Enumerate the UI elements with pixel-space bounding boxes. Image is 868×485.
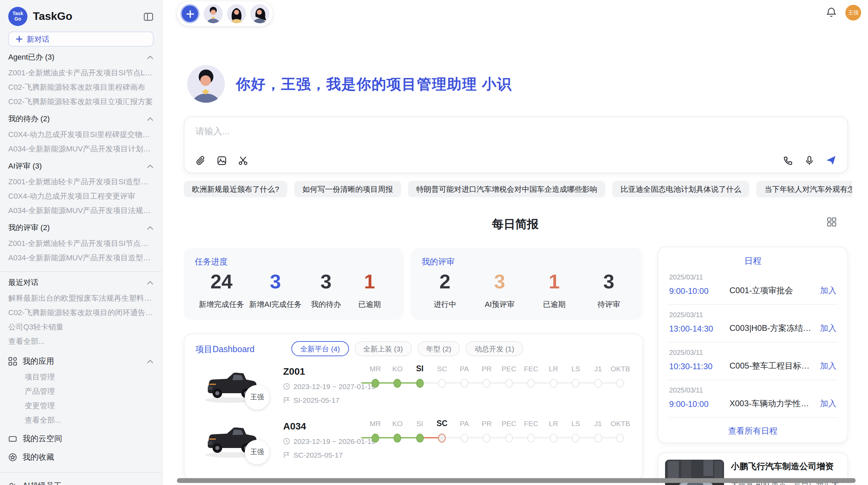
recent-chat-item[interactable]: 公司Q3轻卡销量 [8, 323, 154, 331]
join-link[interactable]: 加入 [820, 323, 836, 334]
dashboard-title: 项目Dashboard [195, 344, 254, 356]
section-title: AI评审 (3) [8, 161, 42, 171]
section-my-apps[interactable]: 我的应用 [8, 356, 154, 366]
flag-icon [283, 451, 290, 458]
tab-new-body[interactable]: 全新上装 (3) [354, 341, 412, 356]
logo-line2: Go [14, 16, 21, 22]
add-agent-button[interactable] [180, 4, 200, 23]
main-content: 王强 你好，王强，我是你的项目管理助理 小识 欧洲新规最近颁布了什么? 如 [162, 0, 868, 485]
notification-bell-icon[interactable] [826, 7, 836, 18]
scissors-icon[interactable] [238, 156, 248, 166]
chevron-up-icon[interactable] [147, 117, 154, 121]
greeting-text: 你好，王强，我是你的项目管理助理 小识 [236, 74, 512, 94]
sidebar-item-ai-super-staff[interactable]: AI超级员工 [8, 481, 154, 485]
project-row-z001[interactable]: 王强 Z001 2023-12-19 ~ 2027-01-19 SI-2025-… [195, 363, 634, 416]
milestone-dot [550, 378, 557, 387]
chevron-up-icon[interactable] [147, 226, 154, 230]
suggestion-chip[interactable]: 比亚迪全固态电池计划具体说了什么 [612, 181, 749, 197]
horizontal-scrollbar[interactable] [177, 478, 856, 483]
chat-input[interactable] [195, 125, 607, 146]
milestone-label: KO [386, 364, 409, 373]
new-chat-button[interactable]: 新对话 [8, 32, 154, 47]
join-link[interactable]: 加入 [820, 285, 836, 297]
join-link[interactable]: 加入 [820, 398, 836, 410]
cloud-space-icon [8, 434, 17, 443]
phone-icon[interactable] [783, 155, 793, 165]
sidebar-item[interactable]: C0X4-动力总成开发项目SI里程碑提交物检查 [8, 131, 154, 138]
section-title: 我的待办 (2) [8, 114, 50, 124]
chevron-up-icon[interactable] [147, 281, 154, 285]
microphone-icon[interactable] [804, 155, 815, 165]
suggestion-chip[interactable]: 当下年轻人对汽车外观有怎样的喜好趋势 [756, 181, 852, 197]
suggestion-chip[interactable]: 如何写一份清晰的项目周报 [294, 181, 401, 197]
schedule-time: 13:00-14:30 [669, 324, 730, 333]
user-avatar[interactable]: 王强 [845, 5, 861, 21]
recent-chat-view-all[interactable]: 查看全部... [8, 338, 154, 345]
sidebar-item-favorites[interactable]: 我的收藏 [8, 452, 154, 462]
collapse-sidebar-icon[interactable] [143, 11, 154, 22]
app-item-view-all[interactable]: 查看全部... [25, 416, 154, 424]
milestone-label: J1 [587, 419, 609, 427]
milestone-label: PA [453, 364, 475, 373]
image-icon[interactable] [217, 156, 227, 166]
milestone-dot [483, 433, 491, 442]
agent-avatar-2[interactable] [227, 4, 246, 23]
sidebar-item[interactable]: Z001-全新燃油轻卡产品开发项目SI造型提交物评审 [8, 178, 154, 186]
schedule-time: 9:00-10:00 [669, 286, 730, 296]
stat-value: 3 [480, 271, 519, 293]
tab-all-new-platform[interactable]: 全新平台 (4) [291, 341, 349, 356]
star-badge-icon [8, 453, 17, 462]
tab-powertrain-dev[interactable]: 动总开发 (1) [466, 341, 523, 356]
view-all-schedule-link[interactable]: 查看所有日程 [668, 418, 838, 445]
stat-in-progress: 2 进行中 [426, 271, 464, 310]
input-left-tools [195, 156, 248, 166]
user-initials: 王强 [848, 9, 858, 16]
milestone-label: FEC [520, 364, 542, 373]
milestone-label: KO [386, 419, 409, 427]
input-right-tools [783, 155, 836, 166]
attachment-icon[interactable] [195, 156, 206, 166]
milestone-dot-done [372, 378, 379, 387]
project-flag: SC-2025-05-17 [293, 451, 343, 459]
project-row-a034[interactable]: 王强 A034 2023-12-19 ~ 2026-01-19 SC-2025-… [195, 418, 634, 471]
sidebar-item[interactable]: C02-飞腾新能源轻客改款项目里程碑画布 [8, 84, 154, 91]
greeting-block: 你好，王强，我是你的项目管理助理 小识 [187, 65, 512, 103]
chevron-up-icon[interactable] [147, 55, 154, 59]
app-item-product-mgmt[interactable]: 产品管理 [25, 388, 154, 395]
join-link[interactable]: 加入 [820, 360, 836, 372]
app-item-change-mgmt[interactable]: 变更管理 [25, 402, 154, 410]
milestone-label: PR [475, 364, 498, 373]
stat-value: 1 [350, 271, 389, 293]
milestone-label: OKTB [609, 364, 631, 373]
owner-badge: 王强 [245, 440, 269, 464]
people-icon [8, 482, 17, 485]
chevron-up-icon[interactable] [147, 164, 154, 168]
layout-grid-icon[interactable] [827, 217, 836, 227]
milestone-label: J1 [587, 364, 609, 373]
sidebar-item[interactable]: C02-飞腾新能源轻客改款项目立项汇报方案 [8, 98, 154, 105]
sidebar-item[interactable]: A034-全新新能源MUV产品开发项目法规符合性评审 [8, 207, 154, 214]
send-icon[interactable] [825, 155, 836, 166]
suggestion-chip[interactable]: 特朗普可能对进口汽车增税会对中国车企造成哪些影响 [408, 181, 605, 197]
sidebar-item-label: 我的收藏 [23, 452, 54, 462]
chevron-up-icon[interactable] [147, 359, 154, 363]
project-info: Z001 2023-12-19 ~ 2027-01-19 SI-2025-05-… [283, 366, 375, 404]
app-item-project-mgmt[interactable]: 项目管理 [25, 373, 154, 381]
sidebar-item[interactable]: A034-全新新能源MUV产品开发项目计划变更表编写 [8, 145, 154, 153]
tab-year-model[interactable]: 年型 (2) [417, 341, 460, 356]
suggestion-chip[interactable]: 欧洲新规最近颁布了什么? [184, 181, 287, 197]
recent-chat-item[interactable]: 解释最新出台的欧盟报废车法规再生塑料比例被调至15%... [8, 295, 154, 302]
recent-chat-item[interactable]: C02-飞腾新能源轻客改款项目的闭环通告反馈情况 [8, 309, 154, 316]
sidebar-item[interactable]: Z001-全新燃油皮卡产品开发项目SI节点Lesson Learn报告 [8, 69, 154, 77]
sidebar-item[interactable]: A034-全新新能源MUV产品开发项目造型可行性评审 [8, 254, 154, 262]
sidebar-item[interactable]: C0X4-动力总成开发项目工程变更评审 [8, 192, 154, 200]
agent-avatar-1[interactable] [204, 4, 223, 23]
agent-avatar-3[interactable] [250, 4, 269, 23]
milestone-dot-done [394, 433, 401, 442]
sidebar-item-cloud-space[interactable]: 我的云空间 [8, 434, 154, 444]
schedule-date: 2025/03/11 [669, 311, 836, 319]
owner-badge: 王强 [245, 385, 269, 410]
milestone-dot-done [372, 433, 379, 442]
sidebar-item[interactable]: Z001-全新燃油轻卡产品开发项目SI节点属性5D文件评审 [8, 240, 154, 247]
milestone-label: PEC [498, 364, 520, 373]
